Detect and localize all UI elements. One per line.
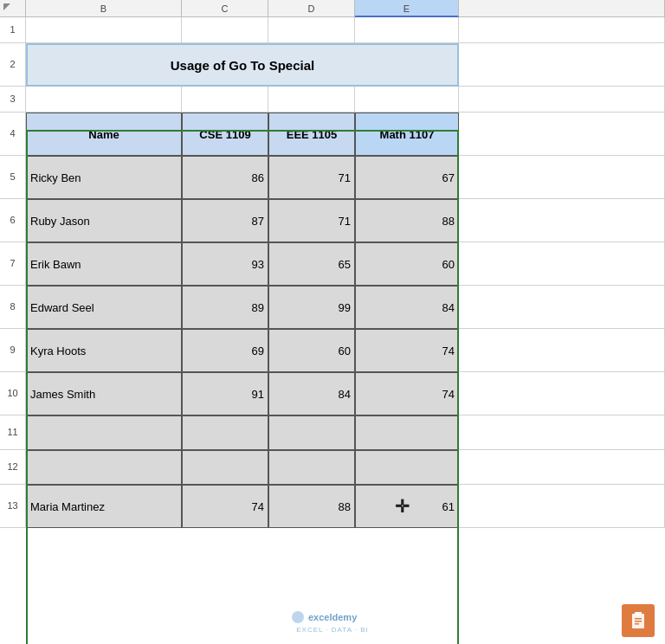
cell-rest-9 bbox=[459, 329, 665, 372]
cell-c3[interactable] bbox=[182, 87, 268, 113]
cell-rest-6 bbox=[459, 199, 665, 242]
cell-c8[interactable]: 89 bbox=[182, 286, 268, 329]
cell-d4[interactable]: EEE 1105 bbox=[268, 113, 355, 156]
cell-b7[interactable]: Erik Bawn bbox=[26, 242, 182, 286]
cell-rest-7 bbox=[459, 242, 665, 286]
val-c5: 86 bbox=[252, 171, 264, 184]
row-header-7: 7 bbox=[0, 242, 26, 286]
cell-e12[interactable] bbox=[355, 450, 459, 485]
cell-c11[interactable] bbox=[182, 415, 268, 450]
val-d7: 65 bbox=[339, 258, 351, 271]
cell-d6[interactable]: 71 bbox=[268, 199, 355, 242]
val-d10: 84 bbox=[339, 388, 351, 401]
row-header-2: 2 bbox=[0, 43, 26, 87]
cell-b9[interactable]: Kyra Hoots bbox=[26, 329, 182, 372]
header-eee: EEE 1105 bbox=[287, 128, 338, 141]
grid: 1 2 Usage of Go To Special 3 4 bbox=[0, 17, 665, 528]
row-header-11: 11 bbox=[0, 415, 26, 450]
cell-e4[interactable]: Math 1107 bbox=[355, 113, 459, 156]
cell-c4[interactable]: CSE 1109 bbox=[182, 113, 268, 156]
val-e10: 74 bbox=[442, 388, 455, 401]
col-header-d[interactable]: D bbox=[268, 0, 355, 17]
cell-d5[interactable]: 71 bbox=[268, 156, 355, 199]
cell-c1[interactable] bbox=[182, 17, 268, 43]
cell-c5[interactable]: 86 bbox=[182, 156, 268, 199]
cell-e8[interactable]: 84 bbox=[355, 286, 459, 329]
row-header-9: 9 bbox=[0, 329, 26, 372]
col-header-e[interactable]: E bbox=[355, 0, 459, 17]
grid-row-4: 4 Name CSE 1109 EEE 1105 Math 1107 bbox=[0, 113, 665, 156]
cell-b8[interactable]: Edward Seel bbox=[26, 286, 182, 329]
val-c10: 91 bbox=[252, 388, 264, 401]
svg-rect-6 bbox=[635, 623, 639, 625]
cell-rest-12 bbox=[459, 450, 665, 485]
header-math: Math 1107 bbox=[380, 128, 435, 141]
cell-d12[interactable] bbox=[268, 450, 355, 485]
watermark: exceldemy EXCEL · DATA · BI bbox=[289, 609, 376, 634]
grid-row-8: 8 Edward Seel 89 99 84 bbox=[0, 286, 665, 329]
cell-b3[interactable] bbox=[26, 87, 182, 113]
val-e6: 88 bbox=[442, 215, 455, 228]
val-c7: 93 bbox=[252, 258, 264, 271]
cell-e9[interactable]: 74 bbox=[355, 329, 459, 372]
svg-point-1 bbox=[292, 611, 304, 623]
row-header-4: 4 bbox=[0, 113, 26, 156]
cell-b11[interactable] bbox=[26, 415, 182, 450]
cell-c9[interactable]: 69 bbox=[182, 329, 268, 372]
grid-row-7: 7 Erik Bawn 93 65 60 bbox=[0, 242, 665, 286]
cell-c10[interactable]: 91 bbox=[182, 372, 268, 415]
col-header-c[interactable]: C bbox=[182, 0, 268, 17]
cell-b13[interactable]: Maria Martinez bbox=[26, 485, 182, 528]
cell-b4[interactable]: Name bbox=[26, 113, 182, 156]
cell-rest-1 bbox=[459, 17, 665, 43]
cell-b6[interactable]: Ruby Jason bbox=[26, 199, 182, 242]
cell-c13[interactable]: 74 bbox=[182, 485, 268, 528]
val-d13: 88 bbox=[339, 500, 351, 513]
row-header-10: 10 bbox=[0, 372, 26, 415]
cell-rest-3 bbox=[459, 87, 665, 113]
cell-e6[interactable]: 88 bbox=[355, 199, 459, 242]
grid-row-12: 12 bbox=[0, 450, 665, 485]
cell-d7[interactable]: 65 bbox=[268, 242, 355, 286]
val-c9: 69 bbox=[252, 345, 264, 357]
cell-d13[interactable]: 88 bbox=[268, 485, 355, 528]
cell-d1[interactable] bbox=[268, 17, 355, 43]
cell-d3[interactable] bbox=[268, 87, 355, 113]
cell-rest-13 bbox=[459, 485, 665, 528]
cell-c12[interactable] bbox=[182, 450, 268, 485]
cell-b10[interactable]: James Smith bbox=[26, 372, 182, 415]
svg-marker-0 bbox=[3, 3, 10, 10]
cell-d9[interactable]: 60 bbox=[268, 329, 355, 372]
cell-e11[interactable] bbox=[355, 415, 459, 450]
cell-e13[interactable]: ✛ 61 bbox=[355, 485, 459, 528]
cell-b5[interactable]: Ricky Ben bbox=[26, 156, 182, 199]
name-kyra: Kyra Hoots bbox=[30, 345, 86, 357]
cell-b12[interactable] bbox=[26, 450, 182, 485]
row-header-5: 5 bbox=[0, 156, 26, 199]
cell-d11[interactable] bbox=[268, 415, 355, 450]
cell-rest-4 bbox=[459, 113, 665, 156]
cell-b2-title[interactable]: Usage of Go To Special bbox=[26, 43, 459, 87]
val-e5: 67 bbox=[442, 171, 455, 184]
val-e7: 60 bbox=[442, 258, 455, 271]
cell-d8[interactable]: 99 bbox=[268, 286, 355, 329]
cell-e3[interactable] bbox=[355, 87, 459, 113]
cell-e1[interactable] bbox=[355, 17, 459, 43]
watermark-logo-icon: exceldemy bbox=[289, 609, 376, 626]
val-e13: 61 bbox=[442, 500, 455, 513]
cell-c6[interactable]: 87 bbox=[182, 199, 268, 242]
val-d9: 60 bbox=[339, 345, 351, 357]
name-erik: Erik Bawn bbox=[30, 258, 81, 271]
cell-c7[interactable]: 93 bbox=[182, 242, 268, 286]
cell-e10[interactable]: 74 bbox=[355, 372, 459, 415]
clipboard-icon-button[interactable] bbox=[622, 604, 655, 637]
cell-e7[interactable]: 60 bbox=[355, 242, 459, 286]
cell-e5[interactable]: 67 bbox=[355, 156, 459, 199]
grid-row-10: 10 James Smith 91 84 74 bbox=[0, 372, 665, 415]
cell-d10[interactable]: 84 bbox=[268, 372, 355, 415]
val-d5: 71 bbox=[339, 171, 351, 184]
watermark-sub: EXCEL · DATA · BI bbox=[296, 626, 369, 634]
cell-b1[interactable] bbox=[26, 17, 182, 43]
row-header-13: 13 bbox=[0, 485, 26, 528]
col-header-b[interactable]: B bbox=[26, 0, 182, 17]
